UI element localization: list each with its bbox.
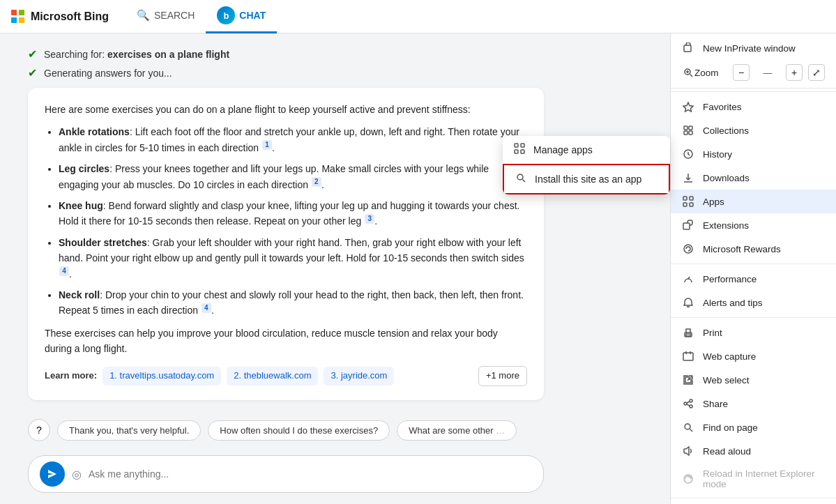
status-line-2: ✔ Generating answers for you...: [28, 66, 642, 79]
dropdown-menu: New InPrivate window Zoom − — + ⤢: [670, 33, 836, 504]
menu-divider-4: [671, 498, 836, 498]
menu-item-collections[interactable]: Collections: [671, 119, 836, 142]
chat-input-field[interactable]: [89, 468, 532, 480]
install-site-label: Install this site as an app: [535, 174, 641, 185]
svg-point-28: [690, 405, 692, 408]
menu-top-section: New InPrivate window Zoom − — + ⤢: [671, 33, 836, 89]
menu-item-read-aloud[interactable]: Read aloud: [671, 439, 836, 463]
menu-item-alerts[interactable]: Alerts and tips: [671, 291, 836, 314]
new-inprivate-label: New InPrivate window: [703, 43, 796, 54]
svg-rect-21: [683, 353, 693, 360]
svg-point-31: [685, 424, 690, 429]
svg-rect-13: [683, 197, 687, 200]
apps-popup-install[interactable]: Install this site as an app: [503, 164, 670, 194]
zoom-in-button[interactable]: +: [786, 64, 803, 81]
svg-line-29: [687, 402, 690, 403]
menu-item-share[interactable]: Share: [671, 392, 836, 415]
menu-item-downloads[interactable]: Downloads: [671, 166, 836, 190]
svg-line-30: [687, 404, 690, 406]
exercise-name-5: Neck roll: [59, 289, 100, 300]
zoom-value: —: [755, 68, 780, 78]
tab-search[interactable]: 🔍 SEARCH: [126, 0, 206, 33]
manage-apps-icon: [514, 143, 525, 157]
apps-popup-manage[interactable]: Manage apps: [503, 136, 670, 164]
chat-bubble-icon: b: [217, 6, 235, 24]
apps-popup: Manage apps Install this site as an app: [503, 136, 670, 194]
search-query: exercises on a plane flight: [107, 49, 229, 60]
menu-item-web-select[interactable]: Web select: [671, 368, 836, 392]
zoom-label: Zoom: [694, 68, 733, 78]
ms-rewards-label: Microsoft Rewards: [703, 244, 781, 254]
share-label: Share: [703, 399, 728, 409]
svg-rect-9: [689, 131, 692, 135]
source-link-1[interactable]: 1. traveltips.usatoday.com: [102, 367, 221, 385]
search-nav-icon: 🔍: [137, 9, 150, 22]
exercise-name-1: Ankle rotations: [59, 126, 130, 137]
learn-more-bar: Learn more: 1. traveltips.usatoday.com 2…: [45, 366, 527, 386]
suggestion-btn-2[interactable]: How often should I do these exercises?: [208, 420, 390, 441]
menu-item-find[interactable]: Find on page: [671, 415, 836, 439]
menu-item-performance[interactable]: Performance: [671, 267, 836, 291]
svg-rect-42: [515, 144, 518, 147]
menu-item-favorites[interactable]: Favorites: [671, 95, 836, 119]
zoom-out-button[interactable]: −: [733, 64, 750, 81]
read-aloud-label: Read aloud: [703, 446, 751, 457]
manage-apps-label: Manage apps: [533, 144, 593, 155]
apps-label: Apps: [703, 197, 724, 207]
menu-item-more-tools[interactable]: More tools: [671, 501, 836, 504]
menu-item-extensions[interactable]: Extensions: [671, 213, 836, 237]
svg-line-2: [690, 75, 693, 77]
svg-rect-14: [690, 197, 693, 200]
menu-item-new-inprivate[interactable]: New InPrivate window: [671, 36, 836, 60]
source-link-3[interactable]: 3. jayride.com: [324, 367, 394, 385]
svg-rect-45: [521, 150, 524, 153]
nav-tabs: 🔍 SEARCH b CHAT: [126, 0, 277, 33]
ref-5: 4: [202, 303, 211, 313]
tab-chat-label: CHAT: [239, 10, 266, 21]
exercises-list: Ankle rotations: Lift each foot off the …: [59, 124, 527, 318]
status-text-2: Generating answers for you...: [44, 68, 172, 79]
suggestions-bar: ? Thank you, that's very helpful. How of…: [0, 412, 670, 448]
menu-divider-1: [671, 91, 836, 92]
svg-line-32: [690, 429, 693, 432]
ref-1: 1: [262, 140, 272, 150]
exercise-item-1: Ankle rotations: Lift each foot off the …: [59, 124, 527, 155]
svg-rect-15: [683, 203, 687, 206]
microsoft-logo-icon: [11, 10, 25, 24]
menu-item-web-capture[interactable]: Web capture: [671, 344, 836, 368]
more-sources-button[interactable]: +1 more: [478, 366, 527, 386]
collections-label: Collections: [703, 125, 749, 136]
svg-point-26: [690, 399, 692, 402]
find-icon: [682, 421, 694, 434]
header: Microsoft Bing 🔍 SEARCH b CHAT: [0, 0, 836, 33]
downloads-label: Downloads: [703, 173, 750, 183]
find-label: Find on page: [703, 422, 758, 433]
suggestion-btn-1[interactable]: Thank you, that's very helpful.: [57, 420, 201, 441]
tab-chat[interactable]: b CHAT: [206, 0, 277, 33]
performance-icon: [682, 273, 694, 285]
ref-4: 4: [59, 266, 69, 276]
source-link-2[interactable]: 2. thebluewalk.com: [227, 367, 318, 385]
read-aloud-icon: [682, 445, 694, 457]
suggestion-btn-3[interactable]: What are some other …: [397, 420, 517, 441]
menu-item-print[interactable]: Print: [671, 321, 836, 344]
exercise-name-4: Shoulder stretches: [59, 237, 147, 248]
fullscreen-button[interactable]: ⤢: [808, 64, 825, 81]
exercise-name-2: Leg circles: [59, 163, 109, 174]
menu-item-apps[interactable]: Apps: [671, 190, 836, 213]
zoom-row: Zoom − — + ⤢: [671, 60, 836, 85]
chat-send-button[interactable]: [40, 461, 65, 487]
history-icon: [682, 148, 694, 160]
history-label: History: [703, 149, 732, 160]
chat-input-inner: ◎: [28, 455, 544, 493]
svg-rect-0: [684, 45, 691, 52]
suggestion-help-icon[interactable]: ?: [28, 419, 50, 441]
svg-rect-7: [689, 126, 692, 130]
svg-rect-8: [684, 131, 687, 135]
ref-2: 2: [312, 177, 321, 187]
zoom-controls: − — + ⤢: [733, 64, 825, 81]
menu-item-ms-rewards[interactable]: Microsoft Rewards: [671, 237, 836, 261]
menu-item-reload-ie: Reload in Internet Explorer mode: [671, 463, 836, 495]
menu-item-history[interactable]: History: [671, 142, 836, 166]
ref-3: 3: [365, 214, 374, 224]
